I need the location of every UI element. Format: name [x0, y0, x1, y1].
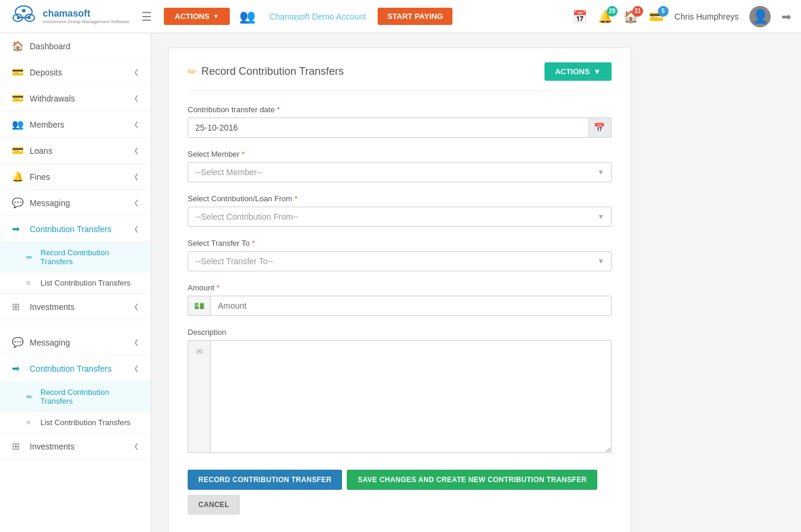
withdrawals-icon: 💳 — [12, 93, 24, 104]
logout-icon[interactable]: ➡ — [781, 10, 791, 24]
sidebar-label-fines: Fines — [30, 172, 50, 182]
wallet-icon[interactable]: 💳 5 — [649, 10, 664, 24]
description-wrap: ✉ — [188, 340, 612, 453]
date-label: Contribution transfer date * — [188, 105, 612, 114]
investments-icon: ⊞ — [12, 301, 24, 312]
page-title: Record Contribution Transfers — [201, 65, 344, 78]
description-group: Description ✉ — [188, 328, 612, 453]
hamburger-menu[interactable]: ☰ — [137, 7, 157, 26]
record-contribution-transfer-button[interactable]: RECORD CONTRIBUTION TRANSFER — [188, 470, 342, 490]
sidebar-label-deposits: Deposits — [30, 68, 62, 77]
actions-card-arrow: ▼ — [593, 67, 601, 76]
sidebar-item-members[interactable]: 👥 Members ❮ — [0, 112, 151, 138]
messages-badge: 31 — [632, 6, 643, 17]
record-ct2-icon: ✏ — [26, 392, 36, 401]
investments2-icon: ⊞ — [12, 441, 24, 452]
investments-chevron: ❮ — [134, 303, 139, 311]
messaging-chevron: ❮ — [134, 199, 139, 207]
nav-icons: 📅 🔔 29 🏠 31 💳 5 Chris Humphreys 👤 ➡ — [572, 6, 791, 27]
envelope-icon: ✉ — [196, 347, 203, 356]
sidebar-label-messaging2: Messaging — [30, 338, 70, 347]
deposits-icon: 💳 — [12, 66, 24, 78]
amount-label: Amount * — [188, 283, 612, 292]
notifications-icon[interactable]: 🔔 29 — [598, 10, 613, 24]
messages-icon[interactable]: 🏠 31 — [623, 10, 638, 24]
sidebar-item-investments[interactable]: ⊞ Investments ❮ — [0, 294, 151, 320]
sidebar-item-withdrawals[interactable]: 💳 Withdrawals ❮ — [0, 86, 151, 112]
contribution-transfers2-chevron: ❮ — [134, 365, 139, 372]
sidebar-sub-item-list-contribution-transfers[interactable]: ≡ List Contribution Transfers — [0, 273, 151, 294]
calendar-button[interactable]: 📅 — [588, 118, 612, 138]
messaging2-icon: 💬 — [12, 337, 24, 348]
dashboard-icon: 🏠 — [12, 40, 24, 52]
date-required: * — [277, 105, 280, 114]
sidebar-sub-label-record-ct2: Record Contribution Transfers — [40, 388, 139, 406]
logo-area: chamasoft Investment Group Management So… — [10, 5, 129, 28]
sidebar-label-contribution-transfers2: Contribution Transfers — [30, 364, 112, 373]
messaging2-chevron: ❮ — [134, 338, 139, 346]
description-textarea[interactable] — [210, 340, 612, 453]
amount-wrap: 💵 — [188, 296, 612, 316]
sidebar-item-messaging2[interactable]: 💬 Messaging ❮ — [0, 330, 151, 356]
deposits-chevron: ❮ — [134, 68, 139, 76]
fines-chevron: ❮ — [134, 173, 139, 180]
sidebar-item-fines[interactable]: 🔔 Fines ❮ — [0, 164, 151, 190]
logo-text: chamasoft — [43, 8, 129, 19]
logo-icon — [10, 5, 38, 28]
messaging-icon: 💬 — [12, 197, 24, 208]
user-name: Chris Humphreys — [675, 12, 739, 21]
member-select[interactable]: --Select Member-- — [188, 162, 612, 182]
investments2-chevron: ❮ — [134, 442, 139, 450]
sidebar-label-loans: Loans — [30, 146, 52, 156]
sidebar-item-deposits[interactable]: 💳 Deposits ❮ — [0, 59, 151, 86]
contribution-from-select[interactable]: --Select Contribution From-- — [188, 207, 612, 227]
group-icon: 👥 — [239, 9, 255, 24]
notifications-badge: 29 — [607, 6, 618, 17]
sidebar-label-members: Members — [30, 120, 64, 129]
date-input[interactable] — [188, 118, 612, 138]
sidebar-item-investments2[interactable]: ⊞ Investments ❮ — [0, 433, 151, 460]
user-avatar[interactable]: 👤 — [749, 6, 771, 27]
sidebar-label-messaging: Messaging — [30, 198, 70, 208]
transfer-select-wrap: --Select Transfer To-- ▼ — [188, 251, 612, 271]
wallet-badge: 5 — [658, 6, 669, 17]
save-and-create-new-button[interactable]: SAVE CHANGES AND CREATE NEW CONTRIBUTION… — [347, 470, 597, 490]
sidebar-sub-item-record-ct2[interactable]: ✏ Record Contribution Transfers — [0, 382, 151, 412]
sidebar-item-dashboard[interactable]: 🏠 Dashboard — [0, 33, 151, 59]
amount-input[interactable] — [210, 296, 612, 316]
top-navbar: chamasoft Investment Group Management So… — [0, 0, 801, 33]
start-paying-button[interactable]: START PAYING — [378, 8, 452, 25]
transfer-required: * — [252, 239, 255, 248]
sidebar-label-contribution-transfers: Contribution Transfers — [30, 224, 112, 234]
members-icon: 👥 — [12, 119, 24, 130]
sidebar-sub-label-list-ct: List Contribution Transfers — [40, 278, 131, 287]
card-title: ✏ Record Contribution Transfers — [188, 65, 344, 78]
form-card: ✏ Record Contribution Transfers ACTIONS … — [168, 48, 631, 532]
list-ct2-icon: ≡ — [26, 418, 36, 427]
pencil-icon: ✏ — [188, 65, 197, 78]
sidebar: 🏠 Dashboard 💳 Deposits ❮ 💳 Withdrawals ❮… — [0, 33, 151, 532]
svg-point-3 — [22, 9, 26, 12]
transfer-to-select[interactable]: --Select Transfer To-- — [188, 251, 612, 271]
sidebar-sub-item-list-ct2[interactable]: ≡ List Contribution Transfers — [0, 412, 151, 433]
description-label: Description — [188, 328, 612, 337]
sidebar-item-messaging[interactable]: 💬 Messaging ❮ — [0, 190, 151, 216]
sidebar-label-withdrawals: Withdrawals — [30, 94, 75, 103]
transfer-to-group: Select Transfer To * --Select Transfer T… — [188, 239, 612, 271]
sidebar-item-loans[interactable]: 💳 Loans ❮ — [0, 138, 151, 164]
cancel-button[interactable]: CANCEL — [188, 495, 240, 515]
withdrawals-chevron: ❮ — [134, 94, 139, 102]
amount-currency-icon: 💵 — [188, 296, 210, 316]
calendar-icon: 📅 — [594, 122, 605, 133]
sidebar-sub-label-list-ct2: List Contribution Transfers — [40, 418, 131, 427]
svg-point-5 — [28, 16, 31, 19]
transfer-to-label: Select Transfer To * — [188, 239, 612, 248]
contribution-transfers2-icon: ➡ — [12, 363, 24, 374]
sidebar-sub-item-record-contribution-transfers[interactable]: ✏ Record Contribution Transfers — [0, 242, 151, 273]
actions-button-card[interactable]: ACTIONS ▼ — [544, 62, 612, 81]
form-actions: RECORD CONTRIBUTION TRANSFER SAVE CHANGE… — [188, 470, 612, 515]
actions-button-top[interactable]: ACTIONS ▼ — [164, 8, 229, 25]
sidebar-item-contribution-transfers[interactable]: ➡ Contribution Transfers ❮ — [0, 216, 151, 242]
calendar-nav-icon[interactable]: 📅 — [572, 10, 587, 24]
sidebar-item-contribution-transfers2[interactable]: ➡ Contribution Transfers ❮ — [0, 356, 151, 382]
